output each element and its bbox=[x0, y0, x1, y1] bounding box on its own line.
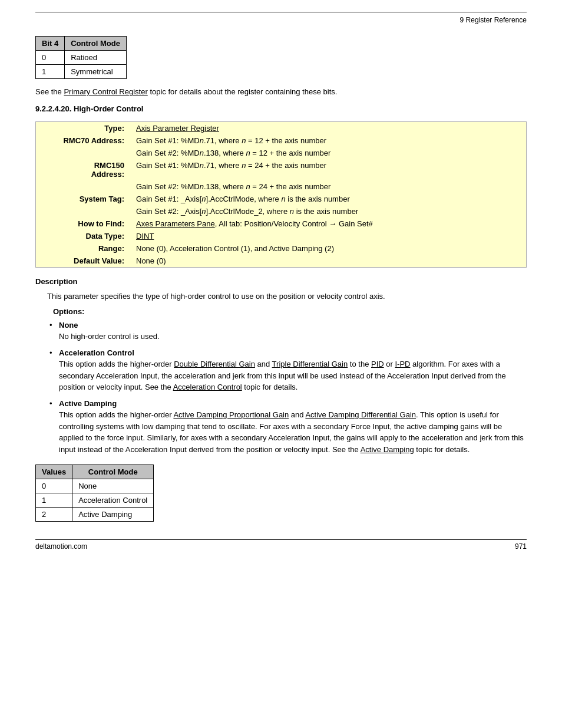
axis-parameter-register-link[interactable]: Axis Parameter Register bbox=[136, 124, 219, 133]
header-line bbox=[35, 12, 527, 12]
bit-value: 0 bbox=[36, 51, 65, 65]
rmc150-value2: Gain Set #2: %MDn.138, where n = 24 + th… bbox=[130, 180, 526, 193]
description-heading: Description bbox=[35, 277, 527, 286]
bit4-table: Bit 4 Control Mode 0Ratioed1Symmetrical bbox=[35, 36, 127, 79]
systag-label: System Tag: bbox=[36, 193, 130, 205]
rmc150-row2: Gain Set #2: %MDn.138, where n = 24 + th… bbox=[36, 180, 526, 193]
footer-left: deltamotion.com bbox=[35, 542, 87, 551]
active-damping-diff-link[interactable]: Active Damping Differential Gain bbox=[305, 410, 416, 419]
datatype-value: DINT bbox=[130, 230, 526, 242]
double-diff-gain-link[interactable]: Double Differential Gain bbox=[174, 360, 255, 368]
accel-text-mid2: to the bbox=[348, 360, 371, 368]
mode-value: Ratioed bbox=[65, 51, 127, 65]
infobox-type-row: Type: Axis Parameter Register bbox=[36, 122, 526, 134]
rmc150-label: RMC150Address: bbox=[36, 159, 130, 180]
systag-row1: System Tag: Gain Set #1: _Axis[n].AccCtr… bbox=[36, 193, 526, 205]
section-heading: 9.2.2.4.20. High-Order Control bbox=[35, 104, 527, 113]
page: 9 Register Reference Bit 4 Control Mode … bbox=[0, 0, 562, 574]
rmc70-value2: Gain Set #2: %MDn.138, where n = 12 + th… bbox=[130, 147, 526, 159]
datatype-label: Data Type: bbox=[36, 230, 130, 242]
active-damping-link[interactable]: Active Damping bbox=[361, 445, 414, 454]
info-box: Type: Axis Parameter Register RMC70 Addr… bbox=[35, 121, 527, 268]
see-also-pre: See the bbox=[35, 87, 62, 96]
mode-value: Symmetrical bbox=[65, 65, 127, 79]
table-row: 1Symmetrical bbox=[36, 65, 127, 79]
bullet-damping: Active Damping This option adds the high… bbox=[59, 398, 527, 456]
accel-text-mid3: or bbox=[384, 360, 395, 368]
see-also-paragraph: See the Primary Control Register topic f… bbox=[35, 87, 527, 96]
none-text: No high-order control is used. bbox=[59, 332, 160, 341]
damping-text-mid1: and bbox=[289, 410, 305, 419]
type-value: Axis Parameter Register bbox=[130, 122, 526, 134]
datatype-row: Data Type: DINT bbox=[36, 230, 526, 242]
rmc70-value1: Gain Set #1: %MDn.71, where n = 12 + the… bbox=[130, 134, 526, 147]
systag-value2: Gain Set #2: _Axis[n].AccCtrlMode_2, whe… bbox=[130, 205, 526, 218]
table-row: 0Ratioed bbox=[36, 51, 127, 65]
rmc70-label: RMC70 Address: bbox=[36, 134, 130, 147]
accel-text-pre: This option adds the higher-order bbox=[59, 360, 174, 368]
none-title: None bbox=[59, 321, 78, 330]
accel-text-end: topic for details. bbox=[242, 383, 298, 391]
bullet-none: None No high-order control is used. bbox=[59, 319, 527, 342]
axes-parameters-pane-link[interactable]: Axes Parameters Pane bbox=[136, 219, 215, 228]
systag-value1: Gain Set #1: _Axis[n].AccCtrlMode, where… bbox=[130, 193, 526, 205]
options-label: Options: bbox=[53, 307, 527, 316]
bit-value: 1 bbox=[36, 65, 65, 79]
val-value: 1 bbox=[36, 493, 72, 508]
page-header: 9 Register Reference bbox=[35, 16, 527, 24]
table-row: 1Acceleration Control bbox=[36, 493, 154, 508]
systag-label2 bbox=[36, 205, 130, 218]
type-label: Type: bbox=[36, 122, 130, 134]
default-label: Default Value: bbox=[36, 255, 130, 267]
rmc150-label2 bbox=[36, 180, 130, 193]
rmc150-row1: RMC150Address: Gain Set #1: %MDn.71, whe… bbox=[36, 159, 526, 180]
default-value: None (0) bbox=[130, 255, 526, 267]
val-value: 0 bbox=[36, 479, 72, 493]
howtofind-value: Axes Parameters Pane, All tab: Position/… bbox=[130, 218, 526, 230]
damping-text-pre: This option adds the higher-order bbox=[59, 410, 173, 419]
howtofind-label: How to Find: bbox=[36, 218, 130, 230]
section-title: 9 Register Reference bbox=[460, 16, 527, 24]
rmc150-value1: Gain Set #1: %MDn.71, where n = 24 + the… bbox=[130, 159, 526, 180]
footer-right: 971 bbox=[515, 542, 527, 551]
table-row: 2Active Damping bbox=[36, 508, 154, 522]
pid-link[interactable]: PID bbox=[371, 360, 384, 368]
table-row: 0None bbox=[36, 479, 154, 493]
howtofind-row: How to Find: Axes Parameters Pane, All t… bbox=[36, 218, 526, 230]
triple-diff-gain-link[interactable]: Triple Differential Gain bbox=[272, 360, 348, 368]
damping-text-end: topic for details. bbox=[414, 445, 470, 454]
mode-value: None bbox=[72, 479, 154, 493]
bit4-col1-header: Bit 4 bbox=[36, 37, 65, 51]
val-value: 2 bbox=[36, 508, 72, 522]
accel-control-link[interactable]: Acceleration Control bbox=[173, 383, 242, 391]
accel-text-mid1: and bbox=[255, 360, 272, 368]
primary-control-link[interactable]: Primary Control Register bbox=[64, 87, 147, 96]
values-col2-header: Control Mode bbox=[72, 465, 154, 479]
mode-value: Active Damping bbox=[72, 508, 154, 522]
rmc70-row1: RMC70 Address: Gain Set #1: %MDn.71, whe… bbox=[36, 134, 526, 147]
active-damping-prop-link[interactable]: Active Damping Proportional Gain bbox=[173, 410, 289, 419]
mode-value: Acceleration Control bbox=[72, 493, 154, 508]
footer: deltamotion.com 971 bbox=[35, 539, 527, 551]
see-also-suffix: topic for details about the register con… bbox=[150, 87, 337, 96]
damping-title: Active Damping bbox=[59, 399, 117, 408]
bullet-accel: Acceleration Control This option adds th… bbox=[59, 347, 527, 393]
default-row: Default Value: None (0) bbox=[36, 255, 526, 267]
range-label: Range: bbox=[36, 242, 130, 255]
howtofind-suffix: , All tab: Position/Velocity Control → G… bbox=[215, 219, 373, 228]
description-para1: This parameter specifies the type of hig… bbox=[47, 291, 527, 302]
rmc70-row2: Gain Set #2: %MDn.138, where n = 12 + th… bbox=[36, 147, 526, 159]
dint-link[interactable]: DINT bbox=[136, 232, 154, 241]
range-row: Range: None (0), Acceleration Control (1… bbox=[36, 242, 526, 255]
ipd-link[interactable]: I-PD bbox=[395, 360, 410, 368]
rmc70-label2 bbox=[36, 147, 130, 159]
values-col1-header: Values bbox=[36, 465, 72, 479]
values-table: Values Control Mode 0None1Acceleration C… bbox=[35, 465, 154, 522]
accel-title: Acceleration Control bbox=[59, 348, 134, 357]
bit4-col2-header: Control Mode bbox=[65, 37, 127, 51]
range-value: None (0), Acceleration Control (1), and … bbox=[130, 242, 526, 255]
systag-row2: Gain Set #2: _Axis[n].AccCtrlMode_2, whe… bbox=[36, 205, 526, 218]
